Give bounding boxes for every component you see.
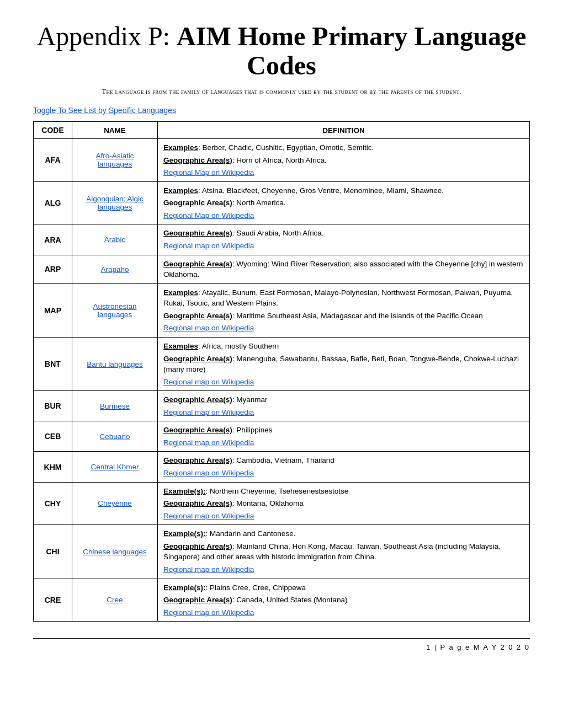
def-examples: Example(s):: Plains Cree, Cree, Chippewa: [163, 582, 524, 593]
def-wiki-link[interactable]: Regional map on Wikipedia: [163, 407, 524, 418]
cell-code: BNT: [34, 337, 72, 390]
cell-definition: Geographic Area(s): Cambodia, Vietnam, T…: [158, 452, 530, 482]
cell-name[interactable]: Cebuano: [72, 421, 158, 452]
def-wiki-link[interactable]: Regional map on Wikipedia: [163, 437, 524, 448]
language-link[interactable]: Cree: [107, 596, 123, 604]
wikipedia-link[interactable]: Regional map on Wikipedia: [163, 469, 254, 477]
def-examples: Examples: Atayalic, Bunum, East Formosan…: [163, 287, 524, 309]
def-geographic: Geographic Area(s): Saudi Arabia, North …: [163, 228, 524, 239]
language-link[interactable]: Arapaho: [100, 265, 129, 274]
cell-code: ALG: [34, 181, 72, 224]
language-link[interactable]: Burmese: [100, 402, 130, 410]
def-wiki-link[interactable]: Regional map on Wikipedia: [163, 377, 524, 388]
cell-name[interactable]: Burmese: [72, 391, 158, 421]
table-row: CHYCheyenneExample(s):: Northern Cheyenn…: [34, 482, 530, 525]
cell-definition: Example(s):: Plains Cree, Cree, Chippewa…: [158, 579, 530, 622]
table-row: ALGAlgonquian; Algic languagesExamples: …: [34, 181, 530, 224]
def-wiki-link[interactable]: Regional map on Wikipedia: [163, 564, 524, 575]
table-row: ARAArabicGeographic Area(s): Saudi Arabi…: [34, 224, 530, 255]
wikipedia-link[interactable]: Regional Map on Wikipedia: [163, 168, 254, 176]
cell-name[interactable]: Afro-Asiatic languages: [72, 139, 158, 182]
language-link[interactable]: Afro-Asiatic languages: [95, 152, 134, 168]
cell-name[interactable]: Austronesian languages: [72, 283, 158, 337]
language-link[interactable]: Austronesian languages: [93, 302, 137, 319]
cell-definition: Examples: Africa, mostly SouthernGeograp…: [158, 337, 530, 390]
cell-code: BUR: [34, 391, 72, 421]
def-geographic: Geographic Area(s): Manenguba, Sawabantu…: [163, 354, 524, 375]
language-link[interactable]: Chinese languages: [83, 548, 147, 556]
cell-name[interactable]: Bantu languages: [72, 337, 158, 390]
cell-code: ARA: [34, 224, 72, 255]
cell-name[interactable]: Arabic: [72, 224, 158, 255]
table-row: KHMCentral KhmerGeographic Area(s): Camb…: [34, 452, 530, 482]
table-row: BURBurmeseGeographic Area(s): MyanmarReg…: [34, 391, 530, 421]
def-wiki-link[interactable]: Regional map on Wikipedia: [163, 240, 524, 251]
cell-definition: Examples: Atsina, Blackfeet, Cheyenne, G…: [158, 181, 530, 224]
cell-code: ARP: [34, 255, 72, 283]
wikipedia-link[interactable]: Regional map on Wikipedia: [163, 512, 254, 520]
wikipedia-link[interactable]: Regional map on Wikipedia: [163, 378, 254, 386]
footer-text: 1 | P a g e M A Y 2 0 2 0: [426, 643, 530, 651]
def-examples: Example(s):: Northern Cheyenne, Tsehesen…: [163, 486, 524, 497]
def-geographic: Geographic Area(s): North America.: [163, 197, 524, 208]
def-examples: Example(s):: Mandarin and Cantonese.: [163, 528, 524, 539]
cell-code: MAP: [34, 283, 72, 337]
def-wiki-link[interactable]: Regional map on Wikipedia: [163, 323, 524, 334]
table-row: CRECreeExample(s):: Plains Cree, Cree, C…: [34, 579, 530, 622]
def-examples: Examples: Atsina, Blackfeet, Cheyenne, G…: [163, 185, 524, 196]
page-subtitle: The language is from the family of langu…: [33, 86, 530, 97]
table-row: AFAAfro-Asiatic languagesExamples: Berbe…: [34, 139, 530, 182]
col-header-definition: DEFINITION: [158, 122, 530, 139]
cell-name[interactable]: Algonquian; Algic languages: [72, 181, 158, 224]
def-examples: Examples: Africa, mostly Southern: [163, 341, 524, 352]
wikipedia-link[interactable]: Regional map on Wikipedia: [163, 438, 254, 447]
wikipedia-link[interactable]: Regional map on Wikipedia: [163, 565, 254, 574]
cell-definition: Example(s):: Mandarin and Cantonese.Geog…: [158, 525, 530, 579]
cell-code: AFA: [34, 139, 72, 182]
cell-code: CRE: [34, 579, 72, 622]
language-link[interactable]: Arabic: [104, 235, 125, 244]
def-wiki-link[interactable]: Regional Map on Wikipedia: [163, 167, 524, 178]
def-wiki-link[interactable]: Regional map on Wikipedia: [163, 468, 524, 479]
def-geographic: Geographic Area(s): Mainland China, Hon …: [163, 541, 524, 563]
table-row: ARPArapahoGeographic Area(s): Wyoming: W…: [34, 255, 530, 283]
def-geographic: Geographic Area(s): Wyoming: Wind River …: [163, 259, 524, 280]
def-geographic: Geographic Area(s): Cambodia, Vietnam, T…: [163, 455, 524, 466]
page-title: Appendix P: AIM Home Primary Language Co…: [33, 22, 530, 81]
language-link[interactable]: Bantu languages: [87, 360, 142, 368]
def-geographic: Geographic Area(s): Maritime Southeast A…: [163, 311, 524, 322]
def-examples: Examples: Berber, Chadic, Cushitic, Egyp…: [163, 142, 524, 153]
cell-definition: Geographic Area(s): MyanmarRegional map …: [158, 391, 530, 421]
cell-definition: Geographic Area(s): Saudi Arabia, North …: [158, 224, 530, 255]
def-geographic: Geographic Area(s): Canada, United State…: [163, 595, 524, 606]
def-wiki-link[interactable]: Regional Map on Wikipedia: [163, 210, 524, 221]
toggle-link[interactable]: Toggle To See List by Specific Languages: [33, 106, 176, 115]
table-row: MAPAustronesian languagesExamples: Ataya…: [34, 283, 530, 337]
col-header-name: NAME: [72, 122, 158, 139]
def-geographic: Geographic Area(s): Myanmar: [163, 394, 524, 405]
wikipedia-link[interactable]: Regional Map on Wikipedia: [163, 211, 254, 220]
language-link[interactable]: Cheyenne: [98, 499, 132, 507]
cell-code: CHY: [34, 482, 72, 525]
cell-definition: Examples: Atayalic, Bunum, East Formosan…: [158, 283, 530, 337]
wikipedia-link[interactable]: Regional map on Wikipedia: [163, 242, 254, 250]
cell-name[interactable]: Cheyenne: [72, 482, 158, 525]
table-row: CHIChinese languagesExample(s):: Mandari…: [34, 525, 530, 579]
cell-name[interactable]: Chinese languages: [72, 525, 158, 579]
cell-definition: Example(s):: Northern Cheyenne, Tsehesen…: [158, 482, 530, 525]
def-wiki-link[interactable]: Regional map on Wikipedia: [163, 607, 524, 618]
language-link[interactable]: Algonquian; Algic languages: [86, 195, 144, 211]
language-link[interactable]: Cebuano: [100, 432, 130, 441]
cell-code: KHM: [34, 452, 72, 482]
cell-name[interactable]: Central Khmer: [72, 452, 158, 482]
def-wiki-link[interactable]: Regional map on Wikipedia: [163, 511, 524, 522]
wikipedia-link[interactable]: Regional map on Wikipedia: [163, 608, 254, 617]
cell-name[interactable]: Cree: [72, 579, 158, 622]
cell-definition: Geographic Area(s): PhilippinesRegional …: [158, 421, 530, 452]
cell-code: CEB: [34, 421, 72, 452]
title-prefix: Appendix P:: [37, 22, 177, 51]
cell-name[interactable]: Arapaho: [72, 255, 158, 283]
wikipedia-link[interactable]: Regional map on Wikipedia: [163, 324, 254, 332]
wikipedia-link[interactable]: Regional map on Wikipedia: [163, 408, 254, 416]
language-link[interactable]: Central Khmer: [91, 463, 139, 471]
